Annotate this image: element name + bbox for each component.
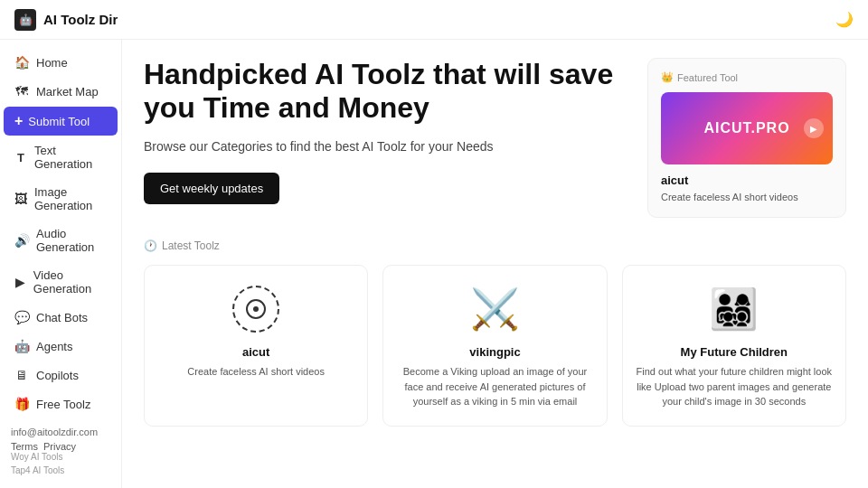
latest-label: Latest Toolz bbox=[162, 239, 220, 252]
dark-mode-toggle[interactable]: 🌙 bbox=[835, 11, 854, 28]
vikingpic-icon: ⚔️ bbox=[470, 286, 520, 333]
text-gen-icon: T bbox=[14, 151, 27, 164]
sidebar-label-image-gen: Image Generation bbox=[34, 185, 107, 212]
tool-name-future-children: My Future Children bbox=[681, 345, 788, 359]
privacy-link[interactable]: Privacy bbox=[43, 441, 76, 452]
copilots-icon: 🖥 bbox=[14, 368, 29, 382]
sidebar-label-video-gen: Video Generation bbox=[33, 268, 107, 296]
market-map-icon: 🗺 bbox=[14, 84, 29, 99]
audio-gen-icon: 🔊 bbox=[14, 233, 29, 248]
sidebar-item-copilots[interactable]: 🖥 Copilots bbox=[4, 361, 118, 389]
header-actions: 🌙 bbox=[835, 11, 854, 28]
free-toolz-icon: 🎁 bbox=[14, 397, 29, 411]
aicut-icon-wrap bbox=[229, 282, 283, 336]
sidebar-item-audio-gen[interactable]: 🔊 Audio Generation bbox=[4, 221, 118, 260]
tool-grid: aicut Create faceless AI short videos ⚔️… bbox=[144, 265, 846, 427]
latest-section-label: 🕐 Latest Toolz bbox=[144, 239, 846, 252]
agents-icon: 🤖 bbox=[14, 339, 29, 353]
sidebar-item-text-gen[interactable]: T Text Generation bbox=[4, 137, 118, 177]
tool-desc-future-children: Find out what your future children might… bbox=[636, 364, 833, 409]
featured-play-icon[interactable]: ▶ bbox=[804, 118, 824, 138]
terms-link[interactable]: Terms bbox=[11, 441, 38, 452]
clock-icon: 🕐 bbox=[144, 239, 157, 252]
sidebar: 🏠 Home 🗺 Market Map + Submit Tool T Text… bbox=[0, 40, 122, 488]
sidebar-item-free-toolz[interactable]: 🎁 Free Toolz bbox=[4, 390, 118, 418]
sidebar-label-home: Home bbox=[36, 56, 68, 70]
sidebar-item-agents[interactable]: 🤖 Agents bbox=[4, 333, 118, 360]
aicut-inner-circle bbox=[246, 299, 266, 319]
hero-section: Handpicked AI Toolz that will save you T… bbox=[144, 58, 846, 218]
sidebar-item-image-gen[interactable]: 🖼 Image Generation bbox=[4, 179, 118, 219]
tool-desc-vikingpic: Become a Viking upload an image of your … bbox=[396, 364, 593, 409]
tool-desc-aicut: Create faceless AI short videos bbox=[187, 364, 325, 380]
tool-name-vikingpic: vikingpic bbox=[469, 345, 520, 359]
featured-tool-desc: Create faceless AI short videos bbox=[661, 191, 833, 204]
vikingpic-icon-wrap: ⚔️ bbox=[467, 282, 522, 336]
sponsor-tap4: Tap4 AI Tools bbox=[11, 465, 64, 475]
featured-tool-name: aicut bbox=[661, 174, 833, 187]
tool-card-vikingpic[interactable]: ⚔️ vikingpic Become a Viking upload an i… bbox=[382, 265, 607, 427]
main-content: Handpicked AI Toolz that will save you T… bbox=[122, 40, 868, 488]
sidebar-item-market-map[interactable]: 🗺 Market Map bbox=[4, 78, 118, 105]
tool-name-aicut: aicut bbox=[242, 345, 269, 359]
sidebar-label-text-gen: Text Generation bbox=[34, 144, 107, 171]
main-layout: 🏠 Home 🗺 Market Map + Submit Tool T Text… bbox=[0, 40, 868, 488]
featured-card: 👑 Featured Tool AICUT.PRO ▶ aicut Create… bbox=[647, 58, 846, 218]
featured-label: 👑 Featured Tool bbox=[661, 71, 833, 83]
hero-subtitle: Browse our Categories to find the best A… bbox=[144, 137, 626, 156]
tool-card-future-children[interactable]: 👨‍👩‍👧‍👦 My Future Children Find out what… bbox=[622, 265, 846, 427]
sponsor-woy: Woy AI Tools bbox=[11, 452, 62, 462]
header: 🤖 AI Toolz Dir 🌙 bbox=[0, 0, 868, 40]
footer-links: Terms Privacy bbox=[11, 441, 110, 452]
app-title: AI Toolz Dir bbox=[43, 12, 118, 27]
home-icon: 🏠 bbox=[14, 55, 29, 70]
submit-tool-button[interactable]: + Submit Tool bbox=[4, 107, 118, 136]
featured-section-label: Featured Tool bbox=[677, 72, 738, 83]
featured-img-text: AICUT.PRO bbox=[703, 120, 789, 136]
sidebar-label-market-map: Market Map bbox=[36, 85, 99, 99]
cta-button[interactable]: Get weekly updates bbox=[144, 173, 279, 204]
featured-image[interactable]: AICUT.PRO ▶ bbox=[661, 92, 833, 164]
chat-bots-icon: 💬 bbox=[14, 310, 29, 324]
sidebar-item-chat-bots[interactable]: 💬 Chat Bots bbox=[4, 304, 118, 331]
sidebar-item-video-gen[interactable]: ▶ Video Generation bbox=[4, 262, 118, 302]
future-children-icon-wrap: 👨‍👩‍👧‍👦 bbox=[707, 282, 761, 336]
sidebar-label-free-toolz: Free Toolz bbox=[36, 398, 90, 411]
header-logo-title: 🤖 AI Toolz Dir bbox=[14, 9, 118, 31]
sidebar-label-audio-gen: Audio Generation bbox=[36, 227, 107, 254]
sidebar-label-chat-bots: Chat Bots bbox=[36, 311, 88, 324]
aicut-dot bbox=[253, 306, 259, 312]
sidebar-footer: info@aitoolzdir.com Terms Privacy Woy AI… bbox=[0, 419, 121, 483]
aicut-icon bbox=[232, 286, 279, 333]
image-gen-icon: 🖼 bbox=[14, 192, 27, 206]
hero-left: Handpicked AI Toolz that will save you T… bbox=[144, 58, 626, 218]
tool-card-aicut[interactable]: aicut Create faceless AI short videos bbox=[144, 265, 368, 427]
video-gen-icon: ▶ bbox=[14, 275, 26, 289]
hero-title: Handpicked AI Toolz that will save you T… bbox=[144, 58, 626, 125]
sidebar-label-copilots: Copilots bbox=[36, 369, 79, 382]
crown-icon: 👑 bbox=[661, 71, 674, 83]
sponsor-links: Woy AI Tools Tap4 AI Tools bbox=[11, 452, 110, 475]
sidebar-item-home[interactable]: 🏠 Home bbox=[4, 49, 118, 76]
plus-icon: + bbox=[14, 113, 23, 129]
sidebar-label-agents: Agents bbox=[36, 340, 72, 353]
submit-tool-label: Submit Tool bbox=[28, 115, 90, 128]
footer-email: info@aitoolzdir.com bbox=[11, 427, 110, 437]
logo-icon: 🤖 bbox=[14, 9, 36, 31]
future-children-icon: 👨‍👩‍👧‍👦 bbox=[709, 286, 759, 333]
